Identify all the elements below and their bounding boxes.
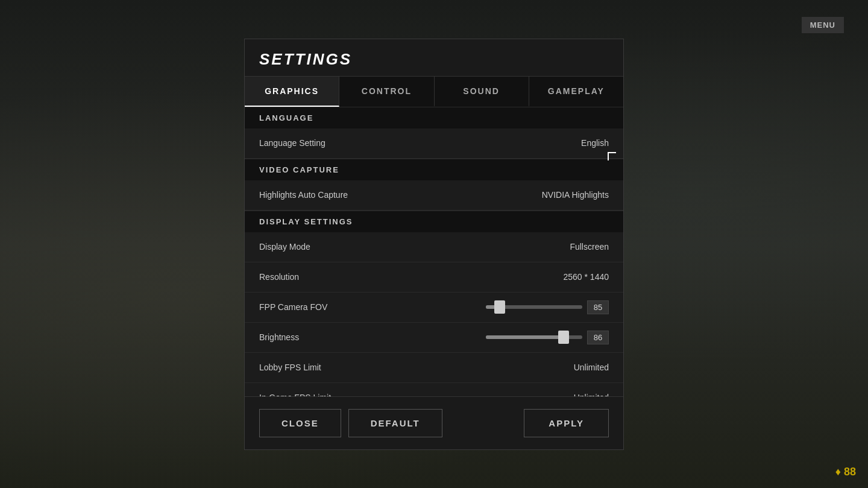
settings-scroll[interactable]: LANGUAGE Language Setting English VIDEO … [245,107,623,396]
row-in-game-fps-limit: In-Game FPS Limit Unlimited [245,383,623,396]
row-lobby-fps-limit: Lobby FPS Limit Unlimited [245,353,623,383]
row-brightness: Brightness 86 [245,323,623,353]
value-lobby-fps-limit[interactable]: Unlimited [574,363,609,372]
row-resolution: Resolution 2560 * 1440 [245,262,623,293]
tab-graphics[interactable]: GRAPHICS [245,77,339,107]
brightness-thumb[interactable] [558,331,569,344]
fpp-camera-fov-track[interactable] [486,305,582,309]
settings-header: SETTINGS [245,39,623,77]
brightness-fill [486,335,561,339]
settings-footer: CLOSE DEFAULT APPLY [245,396,623,449]
fpp-camera-fov-value: 85 [587,300,609,314]
label-fpp-camera-fov: FPP Camera FOV [259,302,327,312]
modal-overlay: SETTINGS GRAPHICS CONTROL SOUND GAMEPLAY… [0,0,868,488]
tab-gameplay[interactable]: GAMEPLAY [529,77,623,107]
tab-sound[interactable]: SOUND [435,77,529,107]
settings-panel: SETTINGS GRAPHICS CONTROL SOUND GAMEPLAY… [244,39,624,450]
fpp-camera-fov-thumb[interactable] [494,300,505,314]
value-resolution[interactable]: 2560 * 1440 [563,272,609,282]
settings-body: LANGUAGE Language Setting English VIDEO … [245,107,623,396]
row-display-mode: Display Mode Fullscreen [245,232,623,262]
section-video-capture-header: VIDEO CAPTURE [245,159,623,180]
value-highlights-auto-capture[interactable]: NVIDIA Highlights [542,190,609,200]
row-language-setting: Language Setting English [245,128,623,159]
label-display-mode: Display Mode [259,242,310,252]
brightness-track[interactable] [486,335,582,339]
label-brightness: Brightness [259,332,299,342]
label-highlights-auto-capture: Highlights Auto Capture [259,190,348,200]
fpp-camera-fov-slider-container: 85 [486,300,609,314]
label-in-game-fps-limit: In-Game FPS Limit [259,393,331,396]
value-in-game-fps-limit[interactable]: Unlimited [574,393,609,396]
close-button[interactable]: CLOSE [259,409,341,437]
section-display-settings-header: DISPLAY SETTINGS [245,211,623,232]
row-fpp-camera-fov: FPP Camera FOV 85 [245,293,623,323]
tabs-row: GRAPHICS CONTROL SOUND GAMEPLAY [245,77,623,107]
apply-button[interactable]: APPLY [524,409,609,437]
label-language-setting: Language Setting [259,138,326,148]
brightness-slider-container: 86 [486,331,609,344]
brightness-value: 86 [587,331,609,344]
value-language-setting[interactable]: English [581,138,609,148]
section-language-header: LANGUAGE [245,107,623,128]
tab-control[interactable]: CONTROL [339,77,434,107]
label-lobby-fps-limit: Lobby FPS Limit [259,363,321,372]
settings-title: SETTINGS [259,50,352,68]
default-button[interactable]: DEFAULT [348,409,442,437]
label-resolution: Resolution [259,272,299,282]
value-display-mode[interactable]: Fullscreen [570,242,609,252]
row-highlights-auto-capture: Highlights Auto Capture NVIDIA Highlight… [245,180,623,211]
